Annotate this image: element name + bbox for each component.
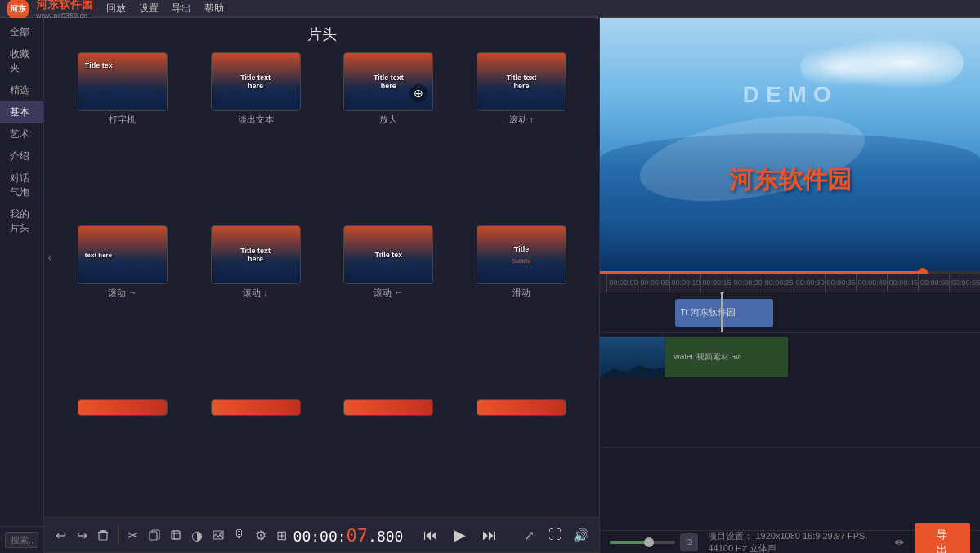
redo-button[interactable]: ↪ xyxy=(72,522,92,548)
thumb-row3-2[interactable] xyxy=(190,399,320,512)
center-panel: 片头 ‹ Title tex 打字机 xyxy=(44,18,600,553)
volume-dot[interactable] xyxy=(644,537,654,547)
ruler-mark-2: 00:00:10 xyxy=(669,274,700,292)
thumb-fadeout[interactable]: Title text here 淡出文本 xyxy=(190,52,320,222)
scroll-left-arrow[interactable]: ‹ xyxy=(47,250,51,265)
ruler-mark-11: 00:00:55 xyxy=(949,274,980,292)
thumb-row3-3[interactable] xyxy=(324,399,454,512)
menu-item-playback[interactable]: 回放 xyxy=(106,2,126,16)
sidebar-item-favorites[interactable]: 收藏夹 xyxy=(0,43,43,79)
thumb-row3-2-img[interactable] xyxy=(211,399,301,416)
ruler-mark-8: 00:00:40 xyxy=(856,274,887,292)
text-clip-title[interactable]: Tt 河东软件园 xyxy=(675,299,773,327)
svg-rect-0 xyxy=(99,532,107,540)
settings-button[interactable]: ⚙ xyxy=(251,522,271,548)
thumb-row3-1-img[interactable] xyxy=(78,399,168,416)
sidebar-item-art[interactable]: 艺术 xyxy=(0,123,43,145)
edit-settings-icon[interactable]: ✏ xyxy=(895,536,905,549)
preview-video: DEMO 河东软件园 xyxy=(600,18,980,274)
timeline-area: 00:00:00 00:00:05 00:00:10 00:00:15 00:0… xyxy=(600,274,980,531)
ruler-mark-1: 00:00:05 xyxy=(638,274,669,292)
expand-button[interactable]: ⛶ xyxy=(544,524,566,546)
timeline-cursor xyxy=(721,292,723,332)
volume-button[interactable]: 🔊 xyxy=(570,524,593,546)
video-clip[interactable]: water 视频素材.avi xyxy=(600,337,788,377)
time-suffix: .800 xyxy=(368,528,403,545)
text-clip-icon: Tt xyxy=(680,308,687,317)
thumb-row3-4[interactable] xyxy=(457,399,587,512)
thumb-slide-subtitle: Subtitle xyxy=(512,258,530,264)
thumb-zoom-label: 放大 xyxy=(379,114,397,126)
thumb-slide-label: 滑动 xyxy=(512,287,530,299)
thumb-scrollup-img[interactable]: Title text here xyxy=(477,52,566,111)
sidebar: 全部 收藏夹 精选 基本 艺术 介绍 对话气泡 我的片头 xyxy=(0,18,44,553)
undo-button[interactable]: ↩ xyxy=(51,522,70,548)
thumb-typewriter-img[interactable]: Title tex xyxy=(78,52,168,111)
volume-fill xyxy=(610,541,649,544)
video-thumb-wave xyxy=(600,361,665,377)
copy-button[interactable] xyxy=(145,522,164,548)
thumb-scrolldown[interactable]: Title text here 滚动 ↓ xyxy=(190,225,320,395)
thumb-scrolldown-text: Title text here xyxy=(234,247,278,263)
play-button[interactable]: ▶ xyxy=(447,522,473,548)
thumb-row3-1[interactable] xyxy=(57,399,187,512)
sidebar-item-my[interactable]: 我的片头 xyxy=(0,203,43,239)
thumb-zoom-img[interactable]: Title text here ⊕ xyxy=(343,52,433,111)
menu-item-settings[interactable]: 设置 xyxy=(139,2,159,16)
toolbar-sep-1 xyxy=(118,525,119,545)
skip-forward-button[interactable]: ⏭ xyxy=(477,522,503,548)
sidebar-item-all[interactable]: 全部 xyxy=(0,21,43,43)
skip-back-button[interactable]: ⏮ xyxy=(418,522,444,548)
video-clip-thumb xyxy=(600,337,665,377)
image-button[interactable] xyxy=(208,522,228,548)
row-expand-button[interactable]: ⊟ xyxy=(680,533,698,551)
nav-list: 全部 收藏夹 精选 基本 艺术 介绍 对话气泡 我的片头 xyxy=(0,18,43,526)
thumb-scrollleft[interactable]: Title tex 滚动 ← xyxy=(324,225,454,395)
thumb-slide-img[interactable]: Title Subtitle xyxy=(477,225,566,284)
thumb-slide-title: Title xyxy=(514,245,529,253)
mic-button[interactable]: 🎙 xyxy=(230,522,249,548)
menu-item-export[interactable]: 导出 xyxy=(172,2,191,16)
thumb-scrollleft-img[interactable]: Title tex xyxy=(343,225,433,284)
thumb-scrollright[interactable]: text here 滚动 → xyxy=(57,225,187,395)
thumb-scrollleft-text: Title tex xyxy=(374,251,402,259)
thumb-row3-4-img[interactable] xyxy=(477,399,566,416)
thumb-zoom-text: Title text here xyxy=(366,74,410,90)
brightness-button[interactable]: ◑ xyxy=(187,522,207,548)
crop-button[interactable] xyxy=(166,522,186,548)
sidebar-item-bubble[interactable]: 对话气泡 xyxy=(0,167,43,203)
menu-item-help[interactable]: 帮助 xyxy=(204,2,224,16)
sidebar-item-intro[interactable]: 介绍 xyxy=(0,145,43,167)
thumb-fadeout-label: 淡出文本 xyxy=(238,114,274,126)
delete-button[interactable] xyxy=(93,522,113,548)
thumb-scrolldown-img[interactable]: Title text here xyxy=(211,225,301,284)
ruler-mark-0: 00:00:00 xyxy=(606,274,638,292)
timeline-cursor-head xyxy=(717,292,727,296)
preview-panel: DEMO 河东软件园 xyxy=(600,18,980,274)
thumb-slide[interactable]: Title Subtitle 滑动 xyxy=(457,225,587,395)
ruler-mark-6: 00:00:30 xyxy=(794,274,825,292)
svg-rect-1 xyxy=(150,532,157,540)
cut-button[interactable]: ✂ xyxy=(123,522,143,548)
thumb-scrollup[interactable]: Title text here 滚动 ↑ xyxy=(457,52,587,222)
ruler-mark-9: 00:00:45 xyxy=(887,274,918,292)
ruler-marks: 00:00:00 00:00:05 00:00:10 00:00:15 00:0… xyxy=(600,274,980,292)
preview-demo-text: DEMO xyxy=(743,82,838,108)
fullscreen-button[interactable]: ⤢ xyxy=(517,524,540,546)
sidebar-item-featured[interactable]: 精选 xyxy=(0,79,43,101)
search-input[interactable] xyxy=(5,532,38,548)
thumb-zoom[interactable]: Title text here ⊕ 放大 xyxy=(324,52,454,222)
sidebar-item-basic[interactable]: 基本 xyxy=(0,101,43,123)
ruler-mark-10: 00:00:50 xyxy=(918,274,949,292)
volume-slider[interactable] xyxy=(610,541,675,544)
thumb-fadeout-img[interactable]: Title text here xyxy=(211,52,301,111)
tune-button[interactable]: ⊞ xyxy=(272,522,292,548)
thumb-scrolldown-label: 滚动 ↓ xyxy=(243,287,268,299)
thumb-typewriter-label: 打字机 xyxy=(109,114,136,126)
time-display: 00:00:07.800 xyxy=(293,525,404,546)
thumb-typewriter[interactable]: Title tex 打字机 xyxy=(57,52,187,222)
toolbar: ↩ ↪ ✂ ◑ 🎙 ⚙ ⊞ 00:00:07.800 xyxy=(44,517,599,553)
thumb-typewriter-text: Title tex xyxy=(85,61,113,69)
thumb-scrollright-img[interactable]: text here xyxy=(78,225,168,284)
thumb-row3-3-img[interactable] xyxy=(343,399,433,416)
